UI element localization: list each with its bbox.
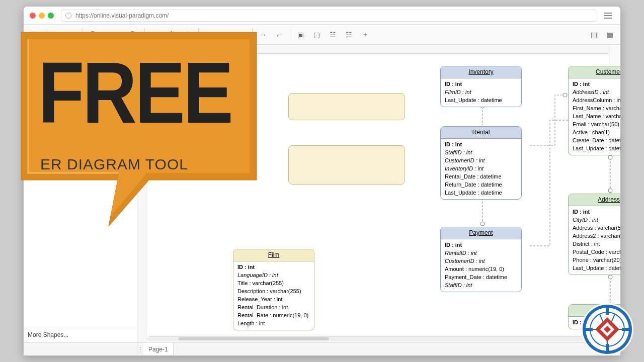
entity-address[interactable]: Address ID : intCityID : intAddress : va… [568, 194, 620, 275]
vp-logo-icon [580, 302, 635, 357]
entity-column: CustomerID : int [445, 257, 517, 265]
banner-headline: FREE [38, 43, 231, 143]
entity-column: Payment_Date : datetime [445, 274, 517, 282]
entity-title: Film [233, 249, 314, 261]
close-dot-icon[interactable] [30, 13, 36, 19]
entity-column: Last_Update : datetime [445, 97, 517, 105]
entity-column: ID : int [573, 80, 620, 88]
entity-column: Address2 : varchar(50) [573, 232, 620, 240]
url-bar[interactable]: https://online.visual-paradigm.com/ [61, 10, 596, 22]
entity-box-hidden-1[interactable] [288, 93, 405, 120]
svg-rect-13 [606, 306, 609, 315]
entity-column: StaffID : int [445, 149, 517, 157]
entity-column: Last_Update : datetime [573, 145, 620, 153]
to-front-button[interactable]: ▣ [293, 28, 308, 42]
entity-column: LanguageID : int [237, 272, 310, 280]
entity-title: Rental [441, 127, 521, 139]
menu-icon[interactable] [601, 10, 614, 22]
entity-inventory[interactable]: Inventory ID : intFilmID : intLast_Updat… [440, 66, 522, 107]
entity-column: District : int [573, 240, 620, 248]
entity-column: First_Name : varchar(255) [573, 105, 620, 113]
entity-title: Inventory [441, 66, 521, 78]
entity-column: ID : int [573, 208, 620, 216]
format-panel-button[interactable]: ▥ [602, 28, 617, 42]
entity-column: InventoryID : int [445, 165, 517, 173]
entity-column: ID : int [445, 141, 517, 149]
entity-column: Last_Update : datetime [445, 189, 517, 197]
add-button[interactable]: ＋ [358, 28, 373, 42]
svg-rect-15 [584, 328, 593, 331]
entity-column: CityID : int [573, 216, 620, 224]
promo-banner: FREE ER DIAGRAM TOOL [18, 29, 260, 230]
entity-column: ID : int [445, 241, 517, 249]
page-tab-1[interactable]: Page-1 [143, 343, 174, 355]
entity-column: AddressColumn : int [573, 97, 620, 105]
entity-column: Active : char(1) [573, 129, 620, 137]
svg-point-3 [480, 222, 485, 226]
entity-column: ID : int [445, 80, 517, 88]
window-bar: https://online.visual-paradigm.com/ [24, 7, 620, 25]
entity-column: Last_Update : datetime [573, 264, 620, 273]
entity-column: Postal_Code : varchar(10) [573, 248, 620, 256]
connector-elbow-button[interactable]: ⌐ [272, 28, 287, 42]
entity-title: Customer [569, 66, 620, 78]
traffic-lights [30, 13, 54, 19]
entity-customer[interactable]: Customer ID : intAddressID : intAddressC… [568, 66, 620, 155]
entity-column: CustomerID : int [445, 157, 517, 165]
entity-column: Email : varchar(50) [573, 121, 620, 129]
svg-rect-14 [606, 344, 609, 353]
align-button[interactable]: ☱ [326, 28, 341, 42]
horizontal-scrollbar[interactable] [147, 336, 608, 341]
site-info-icon [65, 13, 71, 19]
entity-film[interactable]: Film ID : intLanguageID : intTitle : var… [233, 249, 314, 330]
entity-column: Release_Year : int [237, 296, 310, 304]
entity-title: Payment [441, 227, 521, 239]
to-back-button[interactable]: ▢ [309, 28, 325, 42]
entity-column: Rental_Date : datetime [445, 173, 517, 181]
more-shapes-button[interactable]: More Shapes... [24, 327, 137, 342]
entity-box-hidden-2[interactable] [288, 145, 405, 185]
entity-column: Length : int [237, 320, 310, 328]
entity-column: FilmID : int [445, 88, 517, 97]
entity-title: Address [569, 194, 620, 206]
minimize-dot-icon[interactable] [39, 13, 45, 19]
page-tabs: ⋮ Page-1 [24, 342, 620, 355]
entity-column: AddressID : int [573, 88, 620, 97]
entity-column: Amount : numeric(19, 0) [445, 265, 517, 274]
entity-column: Phone : varchar(20) [573, 256, 620, 264]
entity-column: ID : int [237, 263, 310, 272]
url-text: https://online.visual-paradigm.com/ [75, 12, 169, 19]
banner-subtitle: ER DIAGRAM TOOL [40, 156, 188, 173]
entity-payment[interactable]: Payment ID : intRentalID : intCustomerID… [440, 227, 522, 292]
entity-column: Rental_Rate : numeric(19, 0) [237, 312, 310, 320]
entity-column: Last_Name : varchar(255) [573, 113, 620, 121]
entity-column: StaffID : int [445, 282, 517, 290]
outline-toggle-button[interactable]: ▤ [586, 28, 601, 42]
entity-column: Rental_Duration : int [237, 304, 310, 312]
entity-column: Title : varchar(255) [237, 280, 310, 288]
distribute-button[interactable]: ☷ [342, 28, 357, 42]
svg-point-9 [563, 93, 567, 97]
entity-rental[interactable]: Rental ID : intStaffID : intCustomerID :… [440, 126, 522, 200]
svg-rect-16 [622, 328, 631, 331]
entity-column: Address : varchar(50) [573, 224, 620, 232]
entity-column: Create_Date : datetime [573, 137, 620, 145]
entity-column: RentalID : int [445, 249, 517, 257]
entity-column: Description : varchar(255) [237, 288, 310, 296]
entity-column: Return_Date : datetime [445, 181, 517, 189]
zoom-dot-icon[interactable] [48, 13, 54, 19]
